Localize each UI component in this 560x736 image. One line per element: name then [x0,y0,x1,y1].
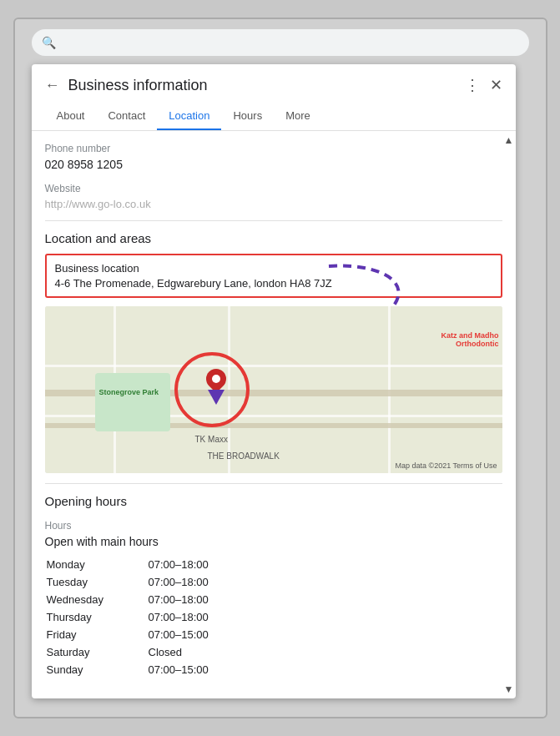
hours-sunday: 07:00–15:00 [149,662,501,678]
day-monday: Monday [47,557,147,572]
tab-about[interactable]: About [45,103,97,130]
hours-wednesday: 07:00–18:00 [149,592,501,607]
website-value[interactable]: http://www.go-lo.co.uk [45,198,502,210]
panel-content: Phone number 020 8958 1205 Website http:… [32,131,516,693]
search-icon: 🔍 [42,36,56,49]
table-row: Tuesday 07:00–18:00 [47,574,501,590]
map-pin-head [202,365,230,393]
tabs-container: About Contact Location Hours More [45,103,502,130]
phone-section: Phone number 020 8958 1205 [45,143,502,171]
website-label: Website [45,183,502,194]
table-row: Sunday 07:00–15:00 [47,662,501,678]
table-row: Saturday Closed [47,644,501,660]
business-location-box[interactable]: Business location 4-6 The Promenade, Edg… [45,254,502,298]
map-park: Stonegrove Park [95,373,170,431]
scroll-up-arrow[interactable]: ▲ [504,134,514,146]
scroll-down-arrow[interactable]: ▼ [504,683,514,695]
table-row: Thursday 07:00–18:00 [47,609,501,625]
panel-header: ← Business information ⋮ ✕ About Contact… [32,64,516,131]
panel-title: Business information [68,77,208,94]
panel-title-icons: ⋮ ✕ [465,76,502,94]
hours-monday: 07:00–18:00 [149,557,501,572]
more-options-icon[interactable]: ⋮ [465,76,480,94]
map-tkmaxx-label: TK Maxx [195,435,228,444]
opening-hours-section: Opening hours Hours Open with main hours… [45,494,502,679]
day-tuesday: Tuesday [47,574,147,590]
location-section: Location and areas Business location 4-6… [45,231,502,473]
table-row: Friday 07:00–15:00 [47,627,501,643]
map-stonegrove-label: Stonegrove Park [99,388,159,398]
hours-thursday: 07:00–18:00 [149,609,501,625]
table-row: Monday 07:00–18:00 [47,557,501,572]
business-location-label: Business location [55,262,492,275]
opening-hours-heading: Opening hours [45,494,502,508]
hours-status: Open with main hours [45,535,502,548]
map-attribution: Map data ©2021 Terms of Use [395,461,497,470]
divider-2 [45,483,502,484]
divider-1 [45,220,502,221]
back-button[interactable]: ← [45,77,60,94]
tab-hours[interactable]: Hours [221,103,274,130]
day-friday: Friday [47,627,147,643]
map-katz-label: Katz and MadhoOrthodontic [441,331,499,348]
panel-title-row: ← Business information ⋮ ✕ [45,76,502,94]
day-sunday: Sunday [47,662,147,678]
tab-location[interactable]: Location [157,103,221,130]
day-saturday: Saturday [47,644,147,660]
business-location-address: 4-6 The Promenade, Edgwarebury Lane, lon… [55,277,492,290]
outer-frame: 🔍 ← Business information ⋮ ✕ About Conta… [13,18,547,718]
panel-title-left: ← Business information [45,77,208,94]
tab-more[interactable]: More [274,103,322,130]
website-section: Website http://www.go-lo.co.uk [45,183,502,210]
hours-label: Hours [45,520,502,532]
search-bar[interactable]: 🔍 [32,29,529,56]
business-info-panel: ← Business information ⋮ ✕ About Contact… [32,64,516,698]
location-heading: Location and areas [45,231,502,245]
hours-saturday: Closed [149,644,501,660]
map-pin [206,369,226,399]
table-row: Wednesday 07:00–18:00 [47,592,501,607]
map-broadwalk-label: THE BROADWALK [208,451,280,461]
panel-scroll-area: ▲ Phone number 020 8958 1205 Website htt… [32,131,516,698]
hours-friday: 07:00–15:00 [149,627,501,643]
business-location-wrapper: Business location 4-6 The Promenade, Edg… [45,254,502,298]
phone-value: 020 8958 1205 [45,158,502,171]
tab-contact[interactable]: Contact [96,103,157,130]
hours-table: Monday 07:00–18:00 Tuesday 07:00–18:00 W… [45,555,502,679]
hours-tuesday: 07:00–18:00 [149,574,501,590]
phone-label: Phone number [45,143,502,154]
day-wednesday: Wednesday [47,592,147,607]
map-container[interactable]: Stonegrove Park TK Maxx THE BROADWALK Ka… [45,306,502,473]
day-thursday: Thursday [47,609,147,625]
close-icon[interactable]: ✕ [490,76,502,94]
